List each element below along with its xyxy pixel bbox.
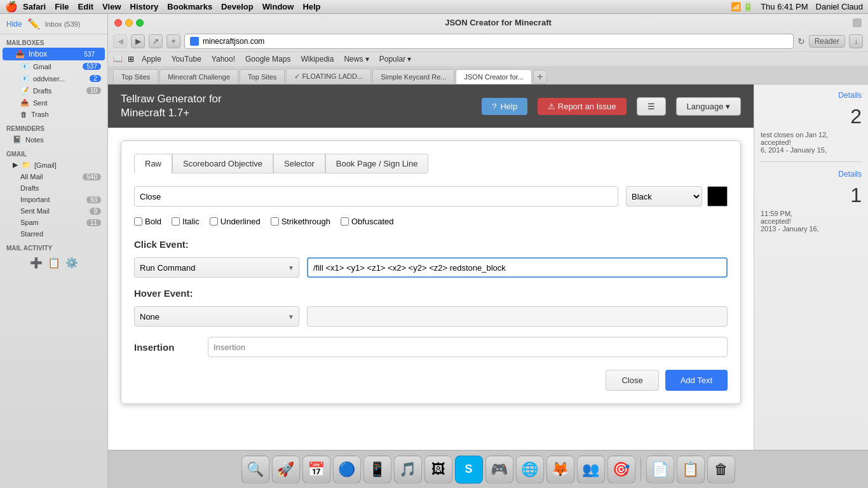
bm-wikipedia[interactable]: Wikipedia [298, 54, 336, 64]
bm-googlemaps[interactable]: Google Maps [243, 54, 293, 64]
menu-view[interactable]: View [102, 2, 121, 11]
list-view-btn[interactable]: ☰ [637, 97, 666, 116]
sidebar-item-gmail-folder[interactable]: ▶ 📁 [Gmail] [0, 159, 107, 171]
sidebar-item-drafts[interactable]: 📝 Drafts 10 [0, 85, 107, 97]
tab-top-sites-2[interactable]: Top Sites [240, 69, 285, 84]
close-window-btn[interactable] [114, 19, 122, 27]
apple-icon[interactable]: 🍎 [5, 1, 18, 13]
obfuscated-checkbox-label[interactable]: Obfuscated [341, 217, 394, 226]
add-tab-btn[interactable]: + [166, 34, 180, 48]
details-link-2[interactable]: Details [761, 170, 862, 179]
help-btn[interactable]: ? Help [482, 98, 527, 115]
menu-safari[interactable]: Safari [23, 2, 46, 11]
underlined-checkbox-label[interactable]: Underlined [210, 217, 261, 226]
tab-json-creator[interactable]: JSON Creator for... [456, 69, 532, 84]
menu-history[interactable]: History [130, 2, 159, 11]
dock-launchpad[interactable]: 🚀 [272, 456, 300, 484]
grid-icon[interactable]: ⊞ [128, 55, 134, 64]
close-btn[interactable]: Close [606, 370, 658, 391]
dock-minecraft[interactable]: 🎮 [485, 456, 513, 484]
dock-mission-control[interactable]: 🔵 [333, 456, 361, 484]
forward-btn[interactable]: ▶ [131, 34, 145, 48]
share-btn[interactable]: ↗ [149, 34, 163, 48]
sidebar-item-gmail[interactable]: 📧 Gmail 537 [0, 60, 107, 72]
dock-notes[interactable]: 📋 [677, 456, 705, 484]
tab-simple-keycard[interactable]: Simple Keycard Re... [372, 69, 454, 84]
dock-finder[interactable]: 🔍 [241, 456, 269, 484]
color-select[interactable]: BlackDark BlueDark GreenDark AquaDark Re… [626, 186, 702, 207]
bm-popular[interactable]: Popular ▾ [377, 54, 414, 64]
sidebar-item-spam[interactable]: Spam 11 [0, 217, 107, 228]
sidebar-item-notes[interactable]: 📓 Notes [0, 133, 107, 146]
sidebar-item-starred[interactable]: Starred [0, 228, 107, 240]
tab-scoreboard[interactable]: Scoreboard Objective [172, 154, 273, 173]
text-input-field[interactable] [134, 186, 618, 207]
sidebar-item-all-mail[interactable]: All Mail 540 [0, 171, 107, 182]
dock-app-store[interactable]: 📱 [363, 456, 391, 484]
settings-btn[interactable]: ⚙️ [65, 257, 78, 269]
minimize-window-btn[interactable] [125, 19, 133, 27]
dock-firefox[interactable]: 🦊 [546, 456, 574, 484]
dock-calendar[interactable]: 📅 [302, 456, 330, 484]
sidebar-compose-icon[interactable]: ✏️ [27, 18, 40, 30]
dock-safari[interactable]: 🌐 [516, 456, 544, 484]
reload-btn[interactable]: ↻ [797, 36, 805, 46]
italic-checkbox[interactable] [172, 217, 180, 226]
click-event-command-input[interactable] [307, 257, 728, 278]
report-issue-btn[interactable]: ⚠ Report an Issue [538, 98, 626, 115]
dock-trash[interactable]: 🗑 [707, 456, 735, 484]
tab-book-page[interactable]: Book Page / Sign Line [325, 154, 429, 173]
download-btn[interactable]: ↓ [849, 34, 863, 48]
sidebar-hide-btn[interactable]: Hide [6, 20, 22, 29]
menu-file[interactable]: File [55, 2, 69, 11]
bm-news[interactable]: News ▾ [341, 54, 371, 64]
sidebar-item-sent-mail[interactable]: Sent Mail 9 [0, 205, 107, 217]
add-text-btn[interactable]: Add Text [665, 370, 728, 391]
dock-word[interactable]: 📄 [646, 456, 674, 484]
sidebar-item-gmail-drafts[interactable]: Drafts [0, 182, 107, 194]
edit-mailbox-btn[interactable]: 📋 [48, 257, 60, 269]
dock-game-center[interactable]: 🎯 [607, 456, 635, 484]
add-mailbox-btn[interactable]: ➕ [30, 257, 43, 269]
hover-event-type-select[interactable]: NoneShow TextShow AchievementShow Item [134, 306, 299, 327]
menu-develop[interactable]: Develop [221, 2, 254, 11]
maximize-window-btn[interactable] [136, 19, 144, 27]
tab-minecraft-challenge[interactable]: Minecraft Challenge [159, 69, 238, 84]
insertion-input[interactable] [208, 337, 728, 357]
new-tab-btn[interactable]: + [533, 70, 547, 84]
tab-raw[interactable]: Raw [134, 154, 172, 173]
dock-skype[interactable]: S [455, 456, 483, 484]
click-event-type-select[interactable]: NoneRun CommandSuggest CommandOpen URLOp… [134, 257, 299, 278]
bm-apple[interactable]: Apple [139, 54, 164, 64]
dock-contacts[interactable]: 👥 [577, 456, 605, 484]
obfuscated-checkbox[interactable] [341, 217, 349, 226]
sidebar-item-oddviser[interactable]: 📧 oddviser... 2 [0, 72, 107, 85]
bold-checkbox-label[interactable]: Bold [134, 217, 161, 226]
reader-btn[interactable]: Reader [809, 35, 845, 48]
bm-yahoo[interactable]: Yahoo! [209, 54, 238, 64]
sidebar-item-inbox[interactable]: 📥 Inbox 537 [3, 48, 105, 60]
menu-window[interactable]: Window [262, 2, 294, 11]
resize-btn[interactable] [853, 18, 862, 27]
tab-top-sites[interactable]: Top Sites [113, 69, 158, 84]
dock-photos[interactable]: 🖼 [424, 456, 452, 484]
menu-help[interactable]: Help [302, 2, 320, 11]
sidebar-item-important[interactable]: Important 93 [0, 194, 107, 205]
menu-edit[interactable]: Edit [78, 2, 94, 11]
hover-event-value-input[interactable] [307, 306, 728, 327]
strikethrough-checkbox[interactable] [271, 217, 279, 226]
bm-youtube[interactable]: YouTube [169, 54, 204, 64]
underlined-checkbox[interactable] [210, 217, 218, 226]
bold-checkbox[interactable] [134, 217, 142, 226]
italic-checkbox-label[interactable]: Italic [172, 217, 200, 226]
strikethrough-checkbox-label[interactable]: Strikethrough [271, 217, 330, 226]
menu-bookmarks[interactable]: Bookmarks [167, 2, 212, 11]
tab-floating-ladd[interactable]: ✓ FLOATING LADD... [286, 69, 371, 84]
back-btn[interactable]: ◀ [113, 34, 127, 48]
language-btn[interactable]: Language ▾ [676, 97, 741, 116]
sidebar-item-sent[interactable]: 📤 Sent [0, 97, 107, 109]
tab-selector[interactable]: Selector [273, 154, 325, 173]
sidebar-item-trash[interactable]: 🗑 Trash [0, 109, 107, 120]
details-link-1[interactable]: Details [761, 91, 862, 100]
dock-itunes[interactable]: 🎵 [394, 456, 422, 484]
